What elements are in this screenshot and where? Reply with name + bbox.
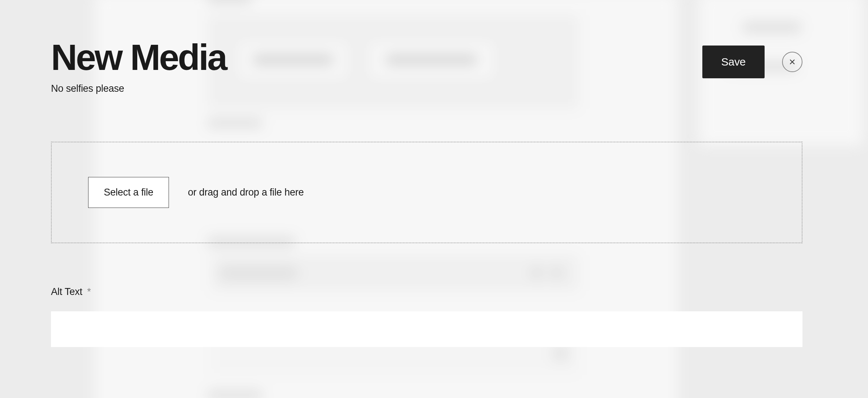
alt-text-field-group: Alt Text *: [51, 286, 802, 347]
dropzone-hint: or drag and drop a file here: [188, 187, 304, 198]
modal-title-group: New Media No selfies please: [51, 38, 226, 94]
modal-actions: Save: [702, 46, 802, 78]
modal-title: New Media: [51, 38, 226, 76]
modal-subtitle: No selfies please: [51, 83, 226, 94]
file-dropzone[interactable]: Select a file or drag and drop a file he…: [51, 142, 802, 243]
close-icon: [789, 58, 796, 66]
alt-text-label: Alt Text *: [51, 286, 91, 297]
new-media-modal: New Media No selfies please Save Select …: [51, 38, 802, 347]
alt-text-label-text: Alt Text: [51, 286, 82, 297]
alt-text-input[interactable]: [51, 311, 802, 347]
required-marker: *: [87, 286, 91, 297]
select-file-button[interactable]: Select a file: [88, 177, 169, 208]
modal-header: New Media No selfies please Save: [51, 38, 802, 94]
close-button[interactable]: [782, 52, 802, 72]
save-button[interactable]: Save: [702, 46, 765, 78]
